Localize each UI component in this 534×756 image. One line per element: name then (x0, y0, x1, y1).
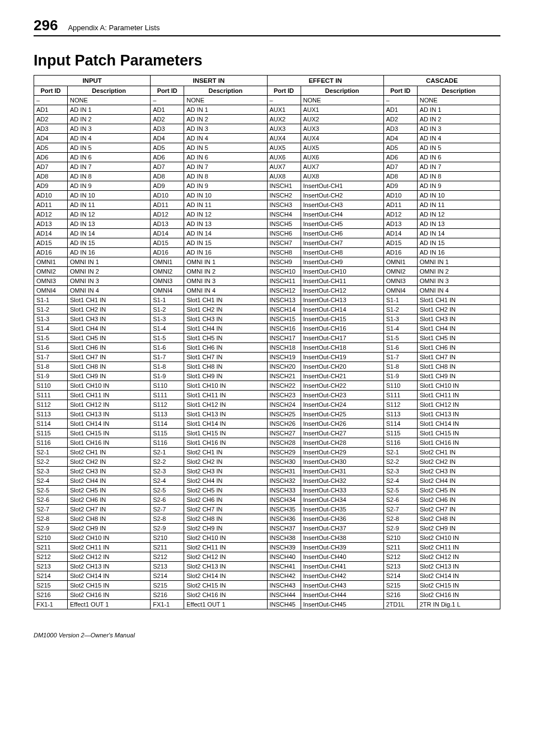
table-cell: Slot2 CH1 IN (68, 448, 151, 457)
table-cell: Slot2 CH11 IN (417, 543, 500, 552)
table-cell: InsertOut-CH20 (301, 362, 383, 372)
table-cell: S2-9 (151, 524, 184, 533)
table-cell: Slot2 CH2 IN (417, 457, 500, 467)
table-cell: INSCH40 (267, 552, 301, 562)
table-cell: AD4 (34, 134, 68, 143)
table-cell: AD3 (34, 124, 68, 134)
table-cell: OMNI IN 4 (68, 286, 151, 295)
table-cell: AD5 (34, 143, 68, 153)
group-header-effect-in: EFFECT IN (267, 76, 383, 86)
table-cell: Slot2 CH14 IN (417, 571, 500, 581)
table-row: S1-5Slot1 CH5 INS1-5Slot1 CH5 ININSCH17I… (34, 334, 500, 343)
table-cell: Slot2 CH16 IN (68, 590, 151, 600)
table-cell: S214 (34, 571, 68, 581)
table-cell: OMNI3 (383, 276, 417, 286)
table-cell: S1-2 (383, 305, 417, 314)
table-cell: AD IN 7 (68, 162, 151, 172)
table-cell: Slot1 CH8 IN (184, 362, 267, 372)
table-cell: Slot1 CH10 IN (184, 381, 267, 391)
table-cell: InsertOut-CH42 (301, 571, 383, 581)
table-cell: S2-2 (34, 457, 68, 467)
table-cell: AD7 (151, 162, 184, 172)
table-cell: Slot2 CH3 IN (184, 467, 267, 476)
table-cell: S2-5 (151, 486, 184, 495)
table-cell: S114 (151, 419, 184, 429)
table-row: S2-5Slot2 CH5 INS2-5Slot2 CH5 ININSCH33I… (34, 486, 500, 495)
table-cell: S1-8 (151, 362, 184, 372)
table-cell: AD9 (34, 181, 68, 191)
table-cell: Slot1 CH6 IN (68, 343, 151, 353)
table-cell: Slot1 CH14 IN (417, 419, 500, 429)
table-cell: Slot2 CH11 IN (184, 543, 267, 552)
table-cell: S1-4 (383, 324, 417, 334)
table-cell: S215 (383, 581, 417, 590)
table-cell: S1-2 (34, 305, 68, 314)
table-cell: InsertOut-CH43 (301, 581, 383, 590)
table-cell: INSCH19 (267, 353, 301, 362)
table-cell: InsertOut-CH40 (301, 552, 383, 562)
subheader-cell: Port ID (267, 86, 301, 96)
table-cell: Slot2 CH2 IN (68, 457, 151, 467)
table-cell: AD IN 2 (417, 115, 500, 124)
table-cell: INSCH16 (267, 324, 301, 334)
table-row: S2-9Slot2 CH9 INS2-9Slot2 CH9 ININSCH37I… (34, 524, 500, 533)
table-cell: INSCH13 (267, 295, 301, 305)
table-cell: Slot2 CH4 IN (417, 476, 500, 486)
table-cell: AD2 (383, 115, 417, 124)
table-cell: AD IN 13 (68, 219, 151, 229)
table-cell: AD IN 8 (68, 172, 151, 181)
table-cell: Slot1 CH5 IN (417, 334, 500, 343)
table-cell: S112 (383, 400, 417, 410)
table-cell: S2-8 (34, 514, 68, 524)
table-cell: S2-9 (34, 524, 68, 533)
table-cell: OMNI IN 1 (417, 257, 500, 267)
table-cell: S2-4 (383, 476, 417, 486)
table-cell: S1-4 (34, 324, 68, 334)
table-cell: AD IN 4 (68, 134, 151, 143)
table-row: AD11AD IN 11AD11AD IN 11INSCH3InsertOut-… (34, 200, 500, 210)
table-row: S1-7Slot1 CH7 INS1-7Slot1 CH7 ININSCH19I… (34, 353, 500, 362)
table-cell: S210 (151, 533, 184, 543)
table-cell: AD IN 10 (68, 191, 151, 200)
table-cell: Slot1 CH3 IN (417, 314, 500, 324)
table-cell: S112 (34, 400, 68, 410)
table-cell: INSCH45 (267, 600, 301, 609)
table-cell: InsertOut-CH13 (301, 295, 383, 305)
group-header-cascade: CASCADE (383, 76, 500, 86)
table-cell: AD5 (151, 143, 184, 153)
table-cell: AD IN 6 (68, 153, 151, 162)
table-cell: S2-2 (151, 457, 184, 467)
table-row: S215Slot2 CH15 INS215Slot2 CH15 ININSCH4… (34, 581, 500, 590)
table-cell: InsertOut-CH29 (301, 448, 383, 457)
table-cell: S212 (383, 552, 417, 562)
table-cell: S116 (34, 438, 68, 448)
table-cell: InsertOut-CH1 (301, 181, 383, 191)
table-cell: InsertOut-CH27 (301, 429, 383, 438)
table-cell: Slot2 CH10 IN (417, 533, 500, 543)
table-cell: NONE (301, 96, 383, 105)
table-cell: AD11 (151, 200, 184, 210)
table-cell: FX1-1 (151, 600, 184, 609)
table-cell: AD IN 1 (68, 105, 151, 115)
table-cell: AUX3 (267, 124, 301, 134)
table-cell: AD9 (151, 181, 184, 191)
table-cell: AD14 (34, 229, 68, 238)
table-cell: S115 (34, 429, 68, 438)
table-cell: InsertOut-CH10 (301, 267, 383, 276)
main-heading: Input Patch Parameters (34, 52, 500, 69)
table-cell: OMNI2 (383, 267, 417, 276)
table-cell: Slot1 CH3 IN (68, 314, 151, 324)
table-row: FX1-1Effect1 OUT 1FX1-1Effect1 OUT 1INSC… (34, 600, 500, 609)
table-cell: Slot1 CH2 IN (184, 305, 267, 314)
table-cell: Slot1 CH6 IN (184, 343, 267, 353)
table-cell: Slot2 CH1 IN (417, 448, 500, 457)
table-cell: S2-4 (34, 476, 68, 486)
table-cell: OMNI3 (34, 276, 68, 286)
table-cell: InsertOut-CH9 (301, 257, 383, 267)
table-cell: Slot2 CH8 IN (417, 514, 500, 524)
table-cell: Slot2 CH13 IN (417, 562, 500, 571)
table-cell: AD IN 11 (68, 200, 151, 210)
table-cell: InsertOut-CH32 (301, 476, 383, 486)
table-row: S1-4Slot1 CH4 INS1-4Slot1 CH4 ININSCH16I… (34, 324, 500, 334)
table-cell: Slot2 CH13 IN (184, 562, 267, 571)
